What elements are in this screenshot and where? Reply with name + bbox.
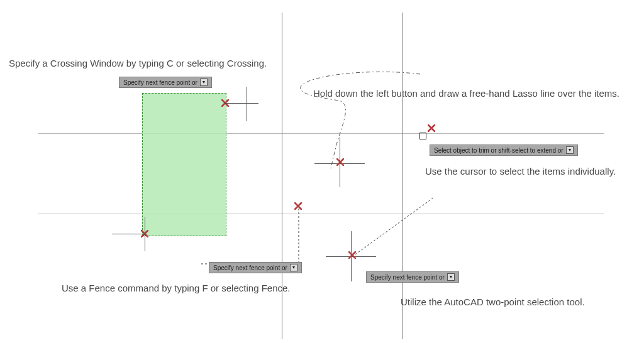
x-marker-icon (428, 124, 435, 132)
caption-lasso: Hold down the left button and draw a fre… (313, 88, 619, 99)
dropdown-glyph-icon: ▾ (200, 79, 208, 86)
x-marker-icon (336, 158, 344, 166)
two-point-path (346, 195, 472, 276)
trim-prompt-tooltip: Select object to trim or shift-select to… (430, 144, 578, 156)
cross-tick (247, 87, 247, 121)
tooltip-text: Specify next fence point or (123, 79, 197, 86)
caption-two-point: Utilize the AutoCAD two-point selection … (401, 297, 585, 307)
grid-line-vertical (402, 13, 403, 339)
tooltip-text: Select object to trim or shift-select to… (434, 147, 564, 154)
caption-crossing: Specify a Crossing Window by typing C or… (9, 58, 267, 68)
grid-line-horizontal (38, 133, 604, 134)
cross-tick (145, 217, 145, 251)
cross-tick (112, 234, 147, 234)
fence-prompt-tooltip: Specify next fence point or ▾ (119, 77, 212, 88)
cross-tick (224, 103, 258, 104)
grid-line-horizontal (38, 214, 604, 214)
caption-fence: Use a Fence command by typing F or selec… (62, 283, 291, 293)
x-marker-icon (348, 251, 356, 259)
pickbox-icon (419, 133, 426, 139)
lasso-path (282, 69, 452, 170)
diagram-canvas: Specify next fence point or ▾ Specify a … (0, 0, 644, 343)
dropdown-glyph-icon: ▾ (447, 273, 455, 281)
dropdown-glyph-icon: ▾ (290, 264, 297, 271)
caption-individual: Use the cursor to select the items indiv… (425, 166, 616, 177)
tooltip-text: Specify next fence point or (370, 274, 445, 281)
tooltip-text: Specify next fence point or (213, 264, 287, 271)
fence-prompt-tooltip: Specify next fence point or ▾ (366, 271, 459, 283)
x-marker-icon (294, 202, 302, 210)
crossing-window (142, 93, 226, 236)
fence-prompt-tooltip: Specify next fence point or ▾ (209, 262, 302, 273)
dropdown-glyph-icon: ▾ (566, 146, 574, 154)
